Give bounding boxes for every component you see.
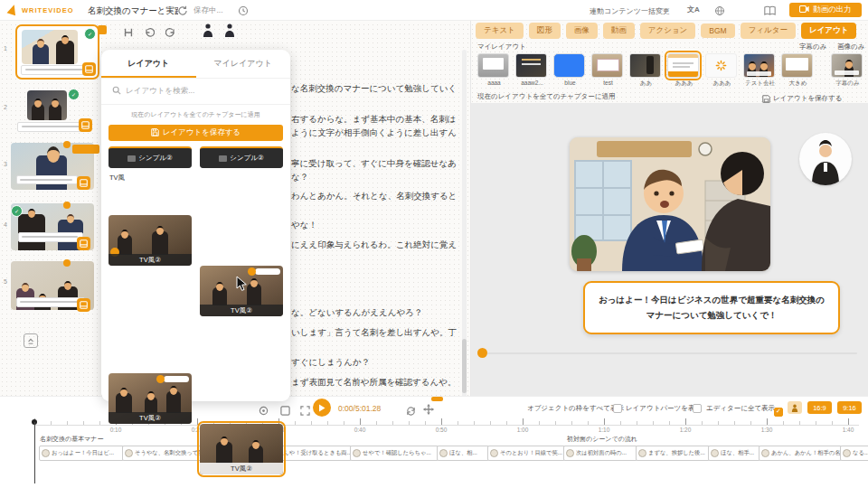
ratio-16-9-button[interactable]: 16:9 (807, 401, 832, 414)
layout-item[interactable]: blue (553, 53, 587, 86)
script-line[interactable]: な名刺交換のマナーについて勉強していく (291, 83, 457, 95)
refresh-icon[interactable] (177, 4, 188, 20)
layout-search-input[interactable]: レイアウトを検索... (101, 79, 290, 105)
layout-item-selected[interactable]: あああ (667, 53, 701, 88)
chapter-2-layout-button[interactable] (79, 118, 92, 132)
tab-layout[interactable]: レイアウト (101, 50, 196, 78)
chapter-5-layout-button[interactable] (77, 298, 90, 312)
layout-thumb-tv-1[interactable]: TV風② (108, 215, 192, 266)
tab-video[interactable]: 動画 (603, 23, 635, 39)
script-line[interactable]: すぐにしまうんか？ (291, 357, 370, 369)
script-line[interactable]: 右するからな。まず基本中の基本、名刺は (291, 114, 457, 126)
layout-item-subtitle-only[interactable]: 字幕のみ (831, 53, 864, 88)
preview-seek-track[interactable] (482, 352, 857, 354)
script-line[interactable]: な？ (291, 172, 308, 183)
translate-icon[interactable]: 文A (687, 5, 700, 14)
chapter-marker[interactable] (431, 397, 443, 401)
panel-handle-icon[interactable] (98, 25, 107, 34)
script-line[interactable]: いします」言うて名刺を差し出すんや。丁 (291, 327, 457, 339)
timeline-clip[interactable]: なる... (840, 446, 868, 461)
portrait-preview-button[interactable] (788, 401, 802, 414)
collapse-sidebar-button[interactable] (24, 333, 38, 348)
tab-text[interactable]: テキスト (476, 23, 524, 39)
editor-scrollbar[interactable] (462, 50, 467, 400)
redo-icon[interactable] (165, 25, 177, 37)
layout-item[interactable]: テスト会社 (743, 53, 777, 88)
script-line[interactable]: やな！ (291, 220, 317, 231)
timeline[interactable]: 0:10 0:20 0:30 0:40 0:50 1:00 1:10 1:20 … (0, 418, 868, 488)
layout-thumb-simple-2[interactable]: シンプル② (200, 146, 283, 168)
character-1-icon[interactable] (203, 23, 213, 41)
tab-shape[interactable]: 図形 (529, 23, 561, 39)
script-line[interactable]: ように文字が相手側向くように差し出すん (291, 127, 457, 139)
preview-video-frame[interactable] (570, 137, 770, 271)
layout-item[interactable]: aaaw2... (515, 53, 549, 86)
apply-all-chapters-link[interactable]: 現在のレイアウトを全てのチャプターに適用 (101, 110, 290, 119)
export-video-button[interactable]: 動画の出力 (789, 3, 862, 17)
tab-my-layout[interactable]: マイレイアウト (196, 50, 291, 78)
chapter-4-layout-button[interactable] (77, 237, 90, 250)
playhead-line[interactable] (34, 422, 35, 483)
apply-all-chapters-link-right[interactable]: 現在のレイアウトを全てのチャプターに適用 (477, 92, 615, 101)
layout-item-loading[interactable]: あああ (705, 53, 739, 88)
bulk-content-change-label[interactable]: 連動コンテンツ一括変更 (590, 6, 670, 16)
loop-icon[interactable] (405, 403, 417, 419)
tab-action[interactable]: アクション (640, 23, 696, 39)
chapter-item-2[interactable]: ✓ (15, 89, 96, 132)
translate-badge-icon[interactable]: ✓ (11, 205, 23, 217)
chapter-1-layout-button[interactable] (82, 62, 96, 76)
move-icon[interactable] (423, 402, 434, 418)
script-line[interactable]: な。どないするんがええんやろ？ (291, 307, 422, 319)
layout-thumb-tv-3[interactable]: TV風② (108, 373, 192, 424)
tab-filter[interactable]: フィルター (741, 23, 796, 39)
tab-layout-active[interactable]: レイアウト (801, 23, 857, 39)
timeline-clip[interactable]: そのとおり！目線で笑... (487, 446, 565, 461)
script-line[interactable]: にええ印象与えられるわ。これ絶対に覚え (291, 239, 457, 251)
tab-image[interactable]: 画像 (566, 23, 598, 39)
timeline-clip[interactable]: まずな、挨拶した後... (636, 446, 710, 461)
show-all-in-editor-checkbox[interactable] (774, 408, 783, 417)
script-line[interactable]: わんとあかん。それとな、名刺交換すると (291, 191, 457, 202)
settings-icon[interactable] (259, 403, 269, 419)
show-object-frames-checkbox[interactable] (613, 404, 622, 413)
globe-icon[interactable] (714, 4, 725, 20)
guide-book-icon[interactable] (764, 4, 776, 20)
tab-bgm[interactable]: BGM (701, 23, 734, 38)
layout-thumb-simple-1[interactable]: シンプル② (108, 146, 192, 168)
timeline-clip[interactable]: 次は初対面の時の... (563, 446, 637, 461)
heading-tool-icon[interactable] (123, 25, 135, 37)
timeline-clip[interactable]: ほな、相手... (708, 446, 760, 461)
layout-item[interactable]: 大きめ (781, 53, 815, 88)
layout-item[interactable]: test (591, 53, 625, 86)
translate-badge-icon[interactable]: ✓ (84, 28, 96, 40)
ratio-9-16-button[interactable]: 9:16 (837, 401, 862, 414)
timeline-clip[interactable]: ほな、相... (437, 446, 489, 461)
chapter-item-1[interactable]: ✓ (15, 24, 99, 80)
save-layout-button[interactable]: レイアウトを保存する (108, 125, 283, 141)
script-line[interactable]: 寧に受け取って、すぐに中身を確認せなあ (291, 158, 457, 170)
chapter-2-title[interactable]: 初対面のシーンでの流れ (567, 435, 637, 444)
chapter-item-5[interactable] (11, 259, 96, 312)
show-layout-parts-checkbox[interactable] (693, 404, 702, 413)
script-line[interactable]: まず表面見て名前や所属を確認するんや。 (291, 377, 457, 389)
timeline-clip[interactable]: あかん、あかん！相手の名... (759, 446, 842, 461)
timeline-clip[interactable]: せやで！確認したらちゃ... (350, 446, 439, 461)
timeline-clip[interactable]: おっはよー！今日はビ... (39, 446, 124, 461)
layout-thumb-tv-4-selected[interactable]: TV風② (200, 424, 283, 474)
fullscreen-icon[interactable] (300, 403, 310, 419)
chapter-1-title[interactable]: 名刺交換の基本マナー (40, 435, 104, 444)
play-button[interactable] (313, 399, 331, 417)
layout-item[interactable]: ああ (629, 53, 663, 88)
chapter-item-3[interactable] (11, 141, 96, 192)
layout-item[interactable]: aaaa (477, 53, 511, 86)
chapter-3-layout-button[interactable] (77, 176, 90, 190)
character-2-icon[interactable] (224, 23, 235, 41)
translate-badge-icon[interactable]: ✓ (68, 89, 80, 100)
preview-caption-box[interactable]: おっはよー！今日はビジネスの世界で超重要な名刺交換のマナーについて勉強していくで… (583, 281, 840, 334)
frame-icon[interactable] (280, 403, 290, 419)
chapter-item-4[interactable]: ✓ (11, 202, 96, 252)
preview-seek-handle[interactable] (477, 348, 487, 358)
undo-icon[interactable] (144, 25, 156, 37)
document-title[interactable]: 名刺交換のマナーと実践 (88, 5, 178, 17)
history-clock-icon[interactable] (238, 4, 249, 20)
